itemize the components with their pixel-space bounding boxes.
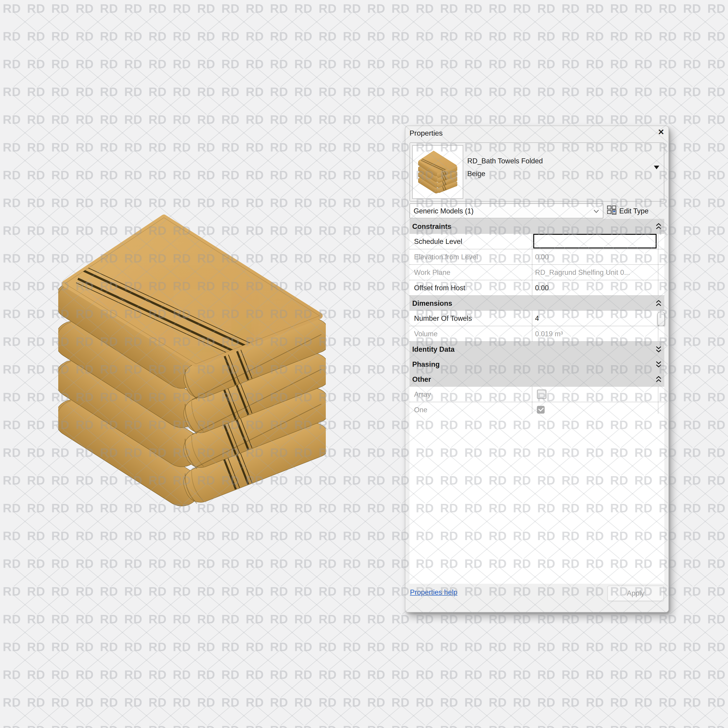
section-header-dimensions[interactable]: Dimensions bbox=[410, 296, 664, 311]
watermark-cross-icon bbox=[354, 401, 376, 420]
watermark-cross-icon bbox=[14, 123, 37, 142]
watermark-cross-icon bbox=[257, 540, 279, 559]
property-value[interactable] bbox=[532, 234, 658, 249]
watermark-cross-icon bbox=[329, 484, 352, 503]
watermark-cross-icon bbox=[354, 12, 376, 31]
watermark-text: RD bbox=[343, 364, 361, 376]
expand-icon[interactable] bbox=[656, 361, 662, 369]
watermark-text: RD bbox=[343, 197, 361, 209]
section-header-constraints[interactable]: Constraints bbox=[410, 219, 664, 234]
watermark-cross-icon bbox=[500, 96, 522, 115]
watermark-text: RD bbox=[148, 530, 167, 542]
watermark-text: RD bbox=[683, 3, 701, 15]
watermark-text: RD bbox=[27, 280, 45, 292]
watermark-text: RD bbox=[3, 280, 21, 292]
row-side-strip bbox=[658, 326, 664, 341]
watermark-text: RD bbox=[3, 308, 21, 320]
watermark-text: RD bbox=[635, 114, 653, 126]
watermark-cross-icon bbox=[354, 484, 376, 503]
watermark-text: RD bbox=[51, 114, 70, 126]
section-label: Identity Data bbox=[410, 345, 454, 353]
watermark-cross-icon bbox=[38, 12, 61, 31]
watermark-cross-icon bbox=[62, 512, 85, 531]
watermark-text: RD bbox=[3, 697, 21, 709]
watermark-text: RD bbox=[3, 31, 21, 43]
watermark-text: RD bbox=[124, 114, 142, 126]
associate-parameter-button[interactable] bbox=[658, 312, 665, 326]
watermark-text: RD bbox=[173, 114, 191, 126]
watermark-cross-icon bbox=[548, 706, 571, 725]
collapse-icon[interactable] bbox=[656, 300, 662, 309]
collapse-icon[interactable] bbox=[656, 376, 662, 384]
watermark-text: RD bbox=[707, 724, 725, 728]
watermark-text: RD bbox=[197, 58, 215, 70]
watermark-text: RD bbox=[270, 613, 288, 626]
watermark-text: RD bbox=[561, 58, 580, 70]
watermark-cross-icon bbox=[14, 290, 37, 309]
watermark-cross-icon bbox=[232, 151, 255, 170]
watermark-text: RD bbox=[318, 58, 337, 70]
watermark-cross-icon bbox=[281, 567, 304, 586]
watermark-text: RD bbox=[3, 336, 21, 348]
watermark-cross-icon bbox=[38, 318, 61, 337]
watermark-cross-icon bbox=[694, 12, 717, 31]
watermark-cross-icon bbox=[257, 123, 279, 142]
section-header-phasing[interactable]: Phasing bbox=[410, 357, 664, 372]
property-value[interactable]: 4 bbox=[532, 311, 658, 326]
watermark-text: RD bbox=[367, 391, 385, 404]
section-header-identity-data[interactable]: Identity Data bbox=[410, 342, 664, 357]
row-side-strip bbox=[658, 311, 664, 326]
close-icon[interactable]: ✕ bbox=[658, 127, 665, 138]
watermark-cross-icon bbox=[159, 595, 182, 614]
watermark-text: RD bbox=[586, 3, 604, 15]
property-value[interactable]: 0.00 bbox=[532, 280, 658, 295]
watermark-text: RD bbox=[100, 31, 118, 43]
watermark-cross-icon bbox=[354, 512, 376, 531]
type-selector[interactable]: RD_Bath Towels Folded Beige bbox=[410, 142, 664, 202]
property-row-offset-from-host: Offset from Host0.00 bbox=[410, 280, 664, 296]
watermark-cross-icon bbox=[14, 373, 37, 392]
category-filter-combo[interactable]: Generic Models (1) bbox=[410, 203, 603, 219]
property-label: Offset from Host bbox=[410, 280, 532, 295]
watermark-text: RD bbox=[610, 86, 629, 98]
watermark-text: RD bbox=[707, 225, 725, 237]
watermark-text: RD bbox=[51, 724, 70, 728]
watermark-text: RD bbox=[246, 169, 264, 182]
watermark-cross-icon bbox=[402, 40, 425, 59]
watermark-text: RD bbox=[416, 641, 434, 653]
watermark-cross-icon bbox=[451, 678, 474, 697]
watermark-text: RD bbox=[367, 142, 385, 154]
collapse-icon[interactable] bbox=[656, 223, 662, 232]
focused-value-editor[interactable] bbox=[533, 234, 656, 248]
watermark-text: RD bbox=[270, 3, 288, 15]
watermark-text: RD bbox=[343, 86, 361, 98]
expand-icon[interactable] bbox=[656, 346, 662, 355]
watermark-cross-icon bbox=[14, 262, 37, 281]
watermark-cross-icon bbox=[184, 12, 206, 31]
watermark-text: RD bbox=[3, 502, 21, 515]
watermark-text: RD bbox=[173, 86, 191, 98]
watermark-cross-icon bbox=[718, 623, 728, 642]
watermark-cross-icon bbox=[159, 512, 182, 531]
type-dropdown-icon[interactable] bbox=[654, 166, 659, 169]
properties-help-link[interactable]: Properties help bbox=[410, 588, 457, 596]
watermark-cross-icon bbox=[38, 651, 61, 670]
watermark-cross-icon bbox=[694, 234, 717, 254]
watermark-text: RD bbox=[464, 86, 483, 98]
watermark-cross-icon bbox=[670, 290, 693, 309]
watermark-cross-icon bbox=[257, 179, 279, 198]
watermark-cross-icon bbox=[670, 678, 693, 697]
section-header-other[interactable]: Other bbox=[410, 372, 664, 387]
watermark-cross-icon bbox=[38, 234, 61, 254]
watermark-cross-icon bbox=[38, 678, 61, 697]
watermark-cross-icon bbox=[38, 68, 61, 87]
edit-type-button[interactable]: Edit Type bbox=[607, 203, 648, 219]
watermark-cross-icon bbox=[354, 678, 376, 697]
watermark-cross-icon bbox=[451, 651, 474, 670]
apply-button[interactable]: Apply bbox=[607, 586, 664, 601]
watermark-text: RD bbox=[75, 613, 94, 626]
watermark-cross-icon bbox=[159, 651, 182, 670]
watermark-cross-icon bbox=[694, 456, 717, 476]
watermark-cross-icon bbox=[232, 678, 255, 697]
watermark-text: RD bbox=[3, 419, 21, 431]
